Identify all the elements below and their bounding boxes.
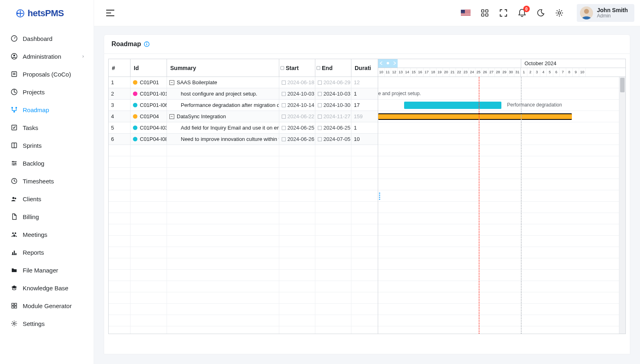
- svg-rect-34: [461, 15, 471, 16]
- sidebar-item-label: Knowledge Base: [23, 285, 68, 292]
- gantt-bar[interactable]: [404, 102, 501, 109]
- cell-start[interactable]: 2024-06-22: [279, 111, 315, 122]
- cell-end[interactable]: 2024-06-29: [315, 77, 351, 88]
- sidebar-item-meetings[interactable]: Meetings: [0, 226, 94, 243]
- timeline-body[interactable]: e and project setup.Performance degradat…: [378, 77, 625, 334]
- fullscreen-button[interactable]: [499, 9, 508, 17]
- language-flag[interactable]: [461, 10, 471, 16]
- timeline-row: [378, 292, 619, 304]
- svg-point-42: [584, 9, 589, 14]
- grid-header-summary[interactable]: Summary: [167, 59, 279, 77]
- cell-start[interactable]: 2024-10-03: [279, 88, 315, 99]
- grid-row[interactable]: 5C01P04-I03Add field for Inquiry Email a…: [109, 122, 378, 134]
- collapse-toggle[interactable]: −: [169, 114, 174, 119]
- sidebar: hetsPMS DashboardAdministration›Proposal…: [0, 0, 94, 364]
- timeline-row: [378, 236, 619, 247]
- cell-start[interactable]: 2024-10-14: [279, 100, 315, 111]
- notifications-button[interactable]: 0: [518, 9, 527, 17]
- gantt-bar[interactable]: [378, 113, 572, 120]
- grid-empty-row: [109, 258, 378, 270]
- timeline-today-button[interactable]: [385, 59, 391, 68]
- summary-text: Performance degradation after migration …: [181, 102, 279, 108]
- sidebar-item-label: Settings: [23, 320, 45, 327]
- svg-rect-39: [486, 14, 488, 16]
- info-icon: [144, 41, 150, 47]
- status-dot-icon: [133, 137, 137, 141]
- pane-splitter[interactable]: [378, 190, 381, 202]
- cell-end[interactable]: 2024-10-30: [315, 100, 351, 111]
- timeline-month-b: October 2024: [521, 59, 625, 68]
- grid-header-id[interactable]: Id: [131, 59, 167, 77]
- page-info-button[interactable]: [143, 41, 150, 47]
- clock-icon: [10, 178, 19, 184]
- cell-end[interactable]: 2024-06-25: [315, 122, 351, 133]
- grid-header: # Id Summary Start End Durati: [109, 59, 378, 77]
- grid-row[interactable]: 1C01P01−SAAS Boilerplate2024-06-182024-0…: [109, 77, 378, 88]
- scrollbar-thumb[interactable]: [620, 78, 625, 92]
- sidebar-item-proposals-coco-[interactable]: Proposals (CoCo): [0, 65, 94, 83]
- fullscreen-icon: [500, 9, 507, 17]
- sidebar-item-reports[interactable]: Reports: [0, 243, 94, 261]
- timeline-day: 21: [449, 68, 456, 77]
- grid-row[interactable]: 3C01P01-I06Performance degradation after…: [109, 100, 378, 111]
- sidebar-item-projects[interactable]: Projects: [0, 83, 94, 101]
- timeline-row: [378, 281, 619, 292]
- collapse-toggle[interactable]: −: [169, 80, 174, 85]
- grid-header-duration[interactable]: Durati: [351, 59, 377, 77]
- checkbox-icon: [282, 137, 286, 141]
- grid-row[interactable]: 6C01P04-I08Need to improve innovation cu…: [109, 134, 378, 145]
- gear-icon: [555, 9, 563, 17]
- sidebar-item-tasks[interactable]: Tasks: [0, 119, 94, 136]
- sidebar-toggle[interactable]: [104, 6, 117, 19]
- timeline-day: 14: [404, 68, 411, 77]
- timeline-next-button[interactable]: [391, 59, 398, 68]
- grid-header-end[interactable]: End: [315, 59, 351, 77]
- brand-logo[interactable]: hetsPMS: [0, 0, 94, 26]
- svg-rect-37: [486, 10, 488, 12]
- grid-header-start[interactable]: Start: [279, 59, 315, 77]
- menu-icon: [106, 10, 114, 16]
- cell-id: C01P04: [131, 111, 167, 122]
- cell-end[interactable]: 2024-11-27: [315, 111, 351, 122]
- sidebar-item-file-manager[interactable]: File Manager: [0, 261, 94, 279]
- sidebar-item-billing[interactable]: Billing: [0, 208, 94, 226]
- apps-button[interactable]: [480, 9, 489, 17]
- cell-end[interactable]: 2024-07-05: [315, 134, 351, 145]
- sidebar-item-timesheets[interactable]: Timesheets: [0, 172, 94, 190]
- grid-row[interactable]: 4C01P04−DataSync Integration2024-06-2220…: [109, 111, 378, 122]
- cell-start[interactable]: 2024-06-26: [279, 134, 315, 145]
- timeline-row: [378, 247, 619, 258]
- timeline-row: [378, 258, 619, 270]
- sidebar-item-roadmap[interactable]: Roadmap: [0, 101, 94, 119]
- sidebar-item-backlog[interactable]: Backlog: [0, 154, 94, 172]
- sidebar-item-dashboard[interactable]: Dashboard: [0, 30, 94, 47]
- cell-end[interactable]: 2024-10-03: [315, 88, 351, 99]
- grid-body: 1C01P01−SAAS Boilerplate2024-06-182024-0…: [109, 77, 378, 334]
- roadmap-icon: [10, 106, 19, 113]
- svg-point-19: [15, 232, 16, 234]
- timeline-scrollbar[interactable]: [619, 77, 625, 334]
- sidebar-item-knowledge-base[interactable]: Knowledge Base: [0, 279, 94, 297]
- timeline-prev-button[interactable]: [378, 59, 385, 68]
- svg-point-14: [13, 164, 15, 166]
- user-menu[interactable]: John Smith Admin: [577, 4, 634, 22]
- grid-row[interactable]: 2C01P01-I01host configure and project se…: [109, 88, 378, 100]
- sidebar-item-administration[interactable]: Administration›: [0, 47, 94, 65]
- timeline-day: 22: [456, 68, 462, 77]
- sidebar-item-clients[interactable]: Clients: [0, 190, 94, 208]
- timeline-day: 9: [573, 68, 579, 77]
- sidebar-item-settings[interactable]: Settings: [0, 315, 94, 332]
- svg-rect-24: [12, 303, 14, 305]
- sidebar-item-sprints[interactable]: Sprints: [0, 136, 94, 154]
- sidebar-item-label: Backlog: [23, 160, 44, 167]
- grid-empty-row: [109, 213, 378, 224]
- grid-header-num[interactable]: #: [109, 59, 131, 77]
- cell-start[interactable]: 2024-06-25: [279, 122, 315, 133]
- sidebar-item-module-generator[interactable]: Module Generator: [0, 297, 94, 315]
- cell-start[interactable]: 2024-06-18: [279, 77, 315, 88]
- timeline-header: October 2024 101112131415161718192021222…: [378, 59, 625, 77]
- dark-mode-toggle[interactable]: [536, 9, 545, 17]
- notification-badge: 0: [523, 6, 530, 12]
- settings-button[interactable]: [555, 9, 564, 17]
- grid-empty-row: [109, 190, 378, 202]
